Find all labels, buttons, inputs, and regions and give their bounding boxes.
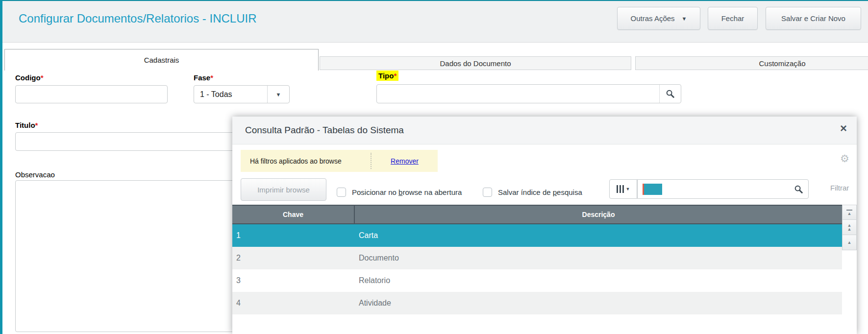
scroll-page-up-button[interactable]: ▲ ▲: [842, 220, 857, 235]
column-header-chave[interactable]: Chave: [232, 206, 355, 223]
tab-customizacao[interactable]: Customização: [635, 56, 868, 70]
table-row[interactable]: 1 Carta: [232, 224, 842, 247]
tipo-search-button[interactable]: [659, 85, 681, 103]
fase-dropdown-arrow-segment[interactable]: ▼: [267, 86, 289, 103]
remover-filtro-link[interactable]: Remover: [372, 157, 438, 165]
app-window: Configurar Documentos/Relatorios - INCLU…: [0, 0, 868, 334]
codigo-input[interactable]: [15, 85, 168, 103]
titulo-label: Titulo*: [15, 121, 38, 129]
tab-dados-do-documento[interactable]: Dados do Documento: [320, 56, 631, 70]
tab-dados-do-documento-label: Dados do Documento: [440, 59, 511, 68]
filtrar-label[interactable]: Filtrar: [830, 184, 849, 192]
salvar-indice-checkbox[interactable]: [483, 188, 492, 197]
chevron-down-icon: ▼: [682, 16, 687, 22]
modal-title: Consulta Padrão - Tabelas do Sistema: [245, 125, 404, 136]
consulta-padrao-modal: Consulta Padrão - Tabelas do Sistema × H…: [232, 117, 857, 334]
search-icon: [794, 185, 803, 194]
search-icon: [666, 89, 675, 98]
close-icon[interactable]: ×: [840, 122, 847, 134]
fechar-button[interactable]: Fechar: [708, 7, 758, 30]
imprimir-browse-label: Imprimir browse: [257, 186, 310, 194]
header-bar: Configurar Documentos/Relatorios - INCLU…: [0, 0, 868, 43]
table-row[interactable]: 4 Atividade: [232, 292, 842, 314]
observacao-textarea[interactable]: [15, 180, 252, 332]
required-asterisk: *: [35, 121, 38, 129]
tipo-input-text: [377, 85, 659, 103]
modal-titlebar: Consulta Padrão - Tabelas do Sistema ×: [232, 117, 857, 144]
fase-select[interactable]: 1 - Todas ▼: [194, 85, 290, 103]
required-asterisk: *: [394, 72, 397, 80]
gear-icon[interactable]: ⚙: [840, 153, 849, 165]
tipo-lookup-input[interactable]: [376, 84, 681, 103]
search-button[interactable]: [789, 185, 808, 194]
chevron-down-icon: ▼: [276, 92, 281, 97]
columns-icon: [617, 185, 624, 193]
posicionar-browse-checkbox[interactable]: [337, 188, 346, 197]
search-text-selection: [643, 184, 662, 195]
browse-table: Chave Descrição 1 Carta 2 Documento 3 Re…: [232, 205, 842, 314]
table-row[interactable]: 2 Documento: [232, 247, 842, 269]
outras-acoes-label: Outras Ações: [631, 14, 675, 23]
required-asterisk: *: [41, 73, 44, 82]
tipo-label: Tipo*: [376, 72, 398, 80]
required-asterisk: *: [210, 73, 213, 82]
filter-applied-banner: Há filtros aplicados ao browse Remover: [241, 150, 438, 172]
fase-selected-value: 1 - Todas: [194, 90, 267, 99]
fase-label: Fase*: [194, 73, 213, 82]
chevron-down-icon: ▼: [626, 187, 630, 191]
imprimir-browse-button[interactable]: Imprimir browse: [241, 178, 326, 201]
posicionar-browse-checkbox-label: Posicionar no browse na abertura: [352, 188, 462, 196]
salvar-criar-novo-button[interactable]: Salvar e Criar Novo: [766, 7, 861, 30]
codigo-label: Codigo*: [15, 73, 44, 82]
scroll-to-top-button[interactable]: ▲: [842, 205, 857, 220]
table-scrollbar: ▲ ▲ ▲ ▲: [842, 205, 857, 250]
table-header-row: Chave Descrição: [232, 205, 842, 224]
tab-customizacao-label: Customização: [759, 59, 805, 68]
search-input[interactable]: [637, 179, 809, 199]
column-header-descricao[interactable]: Descrição: [355, 206, 842, 223]
window-left-border: [0, 0, 2, 334]
scroll-up-button[interactable]: ▲: [842, 235, 857, 250]
page-title: Configurar Documentos/Relatorios - INCLU…: [19, 12, 257, 25]
triangle-up-icon: ▲: [847, 240, 852, 244]
outras-acoes-button[interactable]: Outras Ações ▼: [617, 7, 700, 30]
fechar-label: Fechar: [721, 14, 744, 23]
window-top-border: [0, 0, 868, 1]
scroll-top-icon: [846, 210, 852, 211]
tipo-label-highlight: Tipo*: [376, 71, 398, 81]
salvar-criar-novo-label: Salvar e Criar Novo: [781, 14, 845, 23]
filter-banner-message: Há filtros aplicados ao browse: [241, 157, 371, 165]
column-chooser-button[interactable]: ▼: [609, 179, 637, 199]
observacao-label: Observacao: [15, 170, 55, 179]
tab-cadastrais[interactable]: Cadastrais: [4, 49, 319, 71]
table-row[interactable]: 3 Relatorio: [232, 269, 842, 292]
salvar-indice-checkbox-label: Salvar índice de pesquisa: [498, 188, 582, 196]
tab-cadastrais-label: Cadastrais: [144, 56, 179, 64]
